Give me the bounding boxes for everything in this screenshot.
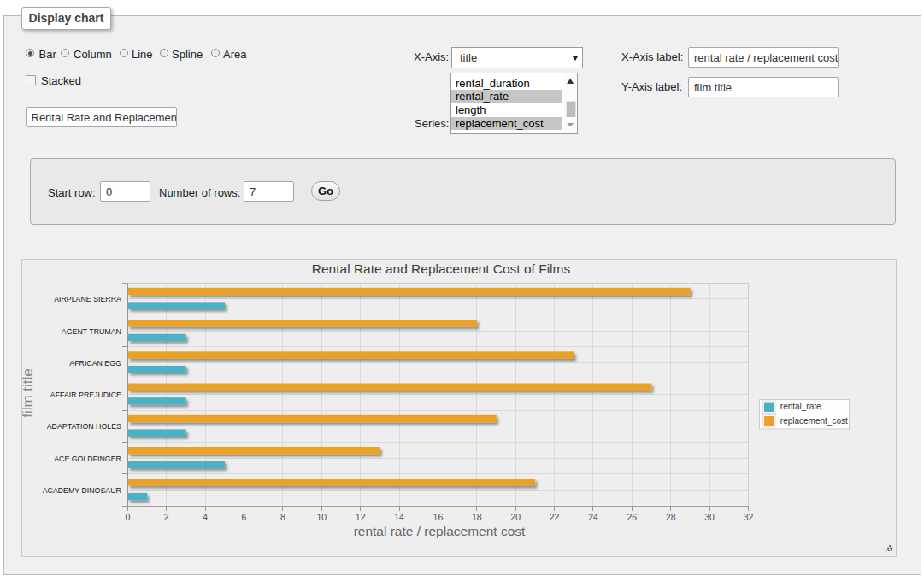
svg-text:14: 14 [394, 512, 404, 522]
svg-text:6: 6 [242, 512, 247, 522]
svg-text:4: 4 [203, 512, 208, 522]
svg-text:24: 24 [588, 512, 598, 522]
svg-text:rental_rate: rental_rate [780, 402, 821, 411]
svg-text:AFRICAN EGG: AFRICAN EGG [69, 359, 121, 367]
svg-text:28: 28 [666, 512, 676, 522]
svg-text:ADAPTATION HOLES: ADAPTATION HOLES [47, 422, 121, 431]
svg-text:replacement_cost: replacement_cost [780, 416, 848, 426]
svg-text:32: 32 [744, 512, 754, 522]
svg-text:ACE GOLDFINGER: ACE GOLDFINGER [54, 455, 121, 463]
svg-text:AGENT TRUMAN: AGENT TRUMAN [62, 327, 121, 336]
svg-text:AFFAIR PREJUDICE: AFFAIR PREJUDICE [50, 391, 121, 399]
svg-text:16: 16 [433, 512, 444, 522]
svg-text:22: 22 [550, 512, 560, 522]
svg-text:2: 2 [164, 512, 169, 522]
svg-text:film title: film title [22, 368, 36, 418]
svg-text:ACADEMY DINOSAUR: ACADEMY DINOSAUR [43, 486, 121, 495]
svg-text:AIRPLANE SIERRA: AIRPLANE SIERRA [54, 295, 121, 303]
svg-text:26: 26 [627, 512, 638, 522]
svg-text:Rental Rate and Replacement Co: Rental Rate and Replacement Cost of Film… [312, 262, 571, 276]
svg-text:18: 18 [472, 512, 482, 522]
svg-text:12: 12 [356, 512, 366, 522]
svg-text:8: 8 [280, 512, 285, 522]
svg-text:30: 30 [704, 512, 715, 522]
svg-text:20: 20 [510, 512, 521, 522]
svg-text:10: 10 [316, 512, 327, 522]
svg-text:rental rate / replacement cost: rental rate / replacement cost [354, 524, 526, 538]
svg-text:0: 0 [125, 512, 130, 522]
